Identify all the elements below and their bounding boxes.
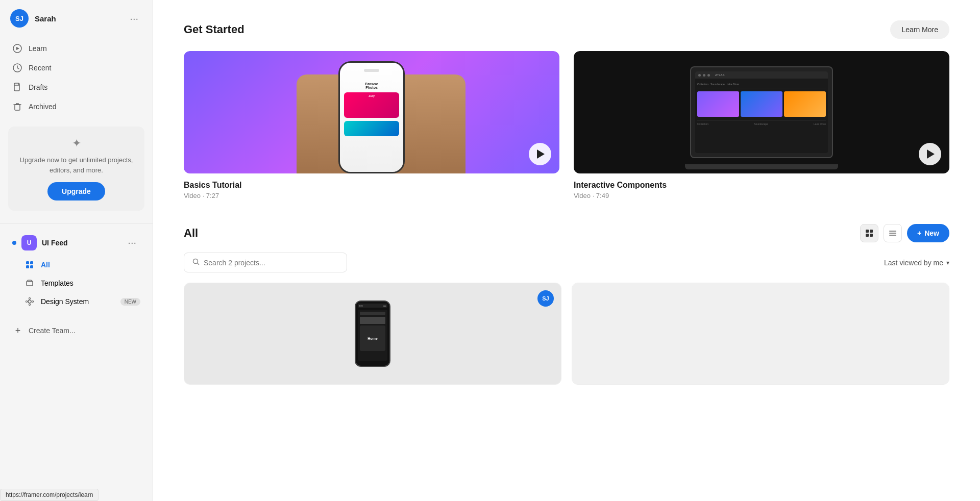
svg-rect-5 xyxy=(26,261,29,264)
sidebar-item-recent-label: Recent xyxy=(29,64,51,72)
video-card-basics[interactable]: BrowsePhotos July Basics Tutorial Video … xyxy=(184,51,559,199)
trash-icon xyxy=(12,102,22,112)
main-content: Get Started Learn More BrowsePhotos July xyxy=(153,0,980,501)
projects-grid: 9:00 ●●● Home SJ xyxy=(184,283,949,385)
project-card-1[interactable]: 9:00 ●●● Home SJ xyxy=(184,283,561,385)
grid-view-button[interactable] xyxy=(860,224,878,242)
sidebar-item-design-system-label: Design System xyxy=(41,297,89,306)
laptop-base xyxy=(685,164,838,169)
svg-rect-19 xyxy=(870,234,873,237)
file-icon xyxy=(12,82,22,92)
new-project-button[interactable]: + New xyxy=(907,224,949,242)
phone-cyan-card xyxy=(344,121,399,136)
list-view-button[interactable] xyxy=(884,224,902,242)
svg-rect-7 xyxy=(26,265,29,268)
interactive-title: Interactive Components xyxy=(574,181,949,190)
upgrade-box: ✦ Upgrade now to get unlimited projects,… xyxy=(8,127,144,211)
mini-phone-status-bar: 9:00 ●●● xyxy=(358,304,387,308)
sidebar-nav: Learn Recent Drafts xyxy=(0,37,153,118)
svg-rect-16 xyxy=(866,230,869,233)
laptop-top-bar: ATLAS xyxy=(695,71,828,79)
upgrade-star-icon: ✦ xyxy=(16,137,136,150)
sidebar-item-archived-label: Archived xyxy=(29,103,56,111)
all-section-header: All + New xyxy=(184,224,949,242)
search-box[interactable] xyxy=(184,253,347,272)
sidebar-item-recent[interactable]: Recent xyxy=(6,58,146,78)
phone-mockup: BrowsePhotos July xyxy=(338,61,405,173)
svg-rect-6 xyxy=(30,261,33,264)
mini-home-area: Home xyxy=(360,325,385,351)
phone-screen: BrowsePhotos July xyxy=(340,63,403,172)
interactive-meta: Video · 7:49 xyxy=(574,192,949,199)
phone-browse-text: BrowsePhotos xyxy=(343,82,400,89)
sidebar-item-all-label: All xyxy=(41,261,50,269)
team-section: U UI Feed ··· All Templa xyxy=(0,228,153,313)
laptop-mockup: ATLAS Collection Soundscape Lake Drive xyxy=(690,66,833,158)
laptop-dot-1 xyxy=(698,74,701,77)
sidebar-user-header: SJ Sarah ··· xyxy=(0,0,153,37)
laptop-title: ATLAS xyxy=(715,73,725,77)
laptop-dot-2 xyxy=(703,74,705,77)
create-team-button[interactable]: + Create Team... xyxy=(0,319,153,342)
project-card-2[interactable] xyxy=(572,283,949,385)
search-filter-bar: Last viewed by me ▾ xyxy=(184,253,949,272)
url-bar: https://framer.com/projects/learn xyxy=(0,489,99,501)
sidebar-item-design-system[interactable]: Design System NEW xyxy=(6,292,146,311)
sidebar-item-archived[interactable]: Archived xyxy=(6,97,146,116)
svg-marker-1 xyxy=(16,47,19,50)
layers-icon xyxy=(24,278,35,288)
basics-thumbnail: BrowsePhotos July xyxy=(184,51,559,173)
all-section-title: All xyxy=(184,227,198,240)
basics-meta: Video · 7:27 xyxy=(184,192,559,199)
laptop-content: Collection Soundscape Lake Drive Collect… xyxy=(695,79,828,128)
sidebar-item-templates-label: Templates xyxy=(41,279,74,287)
team-avatar: U xyxy=(21,235,37,251)
user-avatar: SJ xyxy=(10,9,29,28)
team-header[interactable]: U UI Feed ··· xyxy=(6,230,146,256)
mini-phone-content: Home xyxy=(358,310,387,361)
phone-month-text: July xyxy=(344,92,399,97)
sidebar-item-drafts[interactable]: Drafts xyxy=(6,78,146,97)
phone-pink-card: July xyxy=(344,92,399,118)
mini-content-bar-2 xyxy=(360,317,385,324)
project-1-avatar: SJ xyxy=(537,290,554,307)
svg-rect-20 xyxy=(889,231,896,232)
project-preview-1: 9:00 ●●● Home xyxy=(184,283,561,384)
svg-rect-22 xyxy=(889,235,896,236)
sidebar-item-all[interactable]: All xyxy=(6,256,146,274)
video-card-interactive[interactable]: ATLAS Collection Soundscape Lake Drive xyxy=(574,51,949,199)
upgrade-button[interactable]: Upgrade xyxy=(47,182,105,201)
mini-content-bar-1 xyxy=(360,312,385,315)
interactive-play-button[interactable] xyxy=(919,143,941,165)
mini-phone-preview: 9:00 ●●● Home xyxy=(355,300,390,367)
learn-more-button[interactable]: Learn More xyxy=(890,20,949,39)
play-icon xyxy=(537,149,545,159)
gallery-item-1 xyxy=(697,91,739,117)
design-system-badge: NEW xyxy=(120,298,140,306)
sort-selector[interactable]: Last viewed by me ▾ xyxy=(884,259,949,267)
svg-point-12 xyxy=(29,298,31,299)
interactive-video-info: Interactive Components Video · 7:49 xyxy=(574,181,949,199)
team-active-dot xyxy=(12,241,16,245)
all-section-controls: + New xyxy=(860,224,949,242)
get-started-title: Get Started xyxy=(184,23,244,36)
svg-rect-21 xyxy=(889,233,896,234)
grid-icon xyxy=(24,260,35,270)
clock-icon xyxy=(12,63,22,73)
search-input[interactable] xyxy=(204,259,338,267)
basics-title: Basics Tutorial xyxy=(184,181,559,190)
sidebar-item-templates[interactable]: Templates xyxy=(6,274,146,292)
team-name: UI Feed xyxy=(42,239,118,247)
svg-point-13 xyxy=(29,304,31,306)
sidebar: SJ Sarah ··· Learn Recent xyxy=(0,0,153,501)
svg-point-23 xyxy=(193,259,198,264)
grid-view-icon xyxy=(865,229,873,237)
basics-play-button[interactable] xyxy=(529,143,551,165)
team-more-button[interactable]: ··· xyxy=(124,235,140,251)
sidebar-item-learn[interactable]: Learn xyxy=(6,39,146,58)
component-icon xyxy=(24,296,35,307)
user-more-button[interactable]: ··· xyxy=(126,11,142,27)
svg-rect-4 xyxy=(15,105,20,110)
sidebar-divider xyxy=(0,223,153,223)
gallery-item-3 xyxy=(784,91,826,117)
